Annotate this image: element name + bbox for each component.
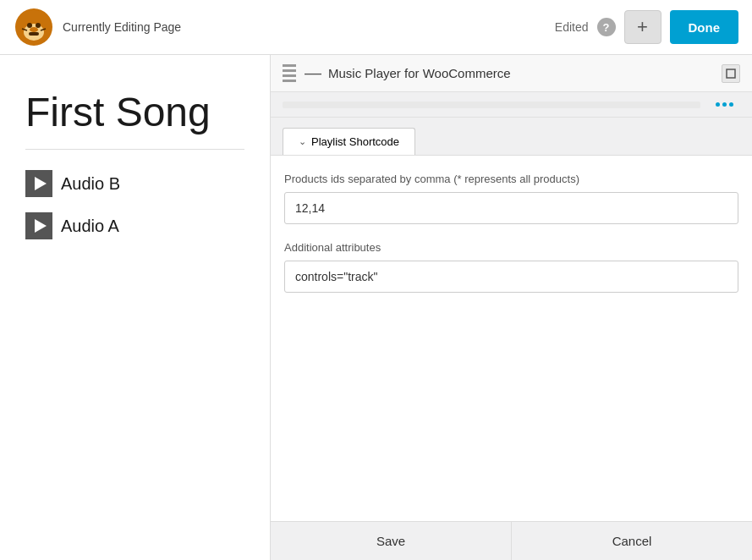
play-button-b[interactable] [25, 170, 52, 197]
panel-tabs: ⌄ Playlist Shortcode [271, 118, 752, 156]
audio-item-b: Audio B [25, 170, 244, 197]
divider [25, 149, 244, 150]
tab-chevron-icon: ⌄ [299, 136, 306, 147]
main-area: First Song Audio B Audio A — [0, 55, 752, 560]
play-triangle-icon [35, 177, 47, 190]
audio-item-a: Audio A [25, 212, 244, 239]
svg-rect-8 [727, 69, 735, 78]
dot-3 [729, 102, 733, 107]
logo-area: Currently Editing Page [14, 7, 181, 47]
done-button[interactable]: Done [670, 10, 739, 44]
panel-content: Products ids separated by comma (* repre… [271, 156, 752, 521]
song-title: First Song [25, 89, 244, 135]
drag-line-4 [283, 80, 296, 82]
page-title-label: Currently Editing Page [63, 20, 181, 34]
widget-minimize-button[interactable] [722, 64, 740, 83]
right-panel: — Music Player for WooCommerce ⌄ Playli [270, 55, 752, 560]
widget-title-row: — Music Player for WooCommerce [305, 63, 722, 83]
widget-header: — Music Player for WooCommerce [271, 55, 752, 92]
drag-line-3 [283, 74, 296, 77]
em-dash-icon: — [305, 63, 321, 83]
logo-icon [14, 7, 54, 47]
audio-b-label: Audio B [61, 174, 120, 194]
svg-point-2 [27, 23, 32, 28]
widget-title: Music Player for WooCommerce [328, 66, 511, 80]
tab-playlist-shortcode[interactable]: ⌄ Playlist Shortcode [283, 128, 415, 155]
play-button-a[interactable] [25, 212, 52, 239]
dot-2 [722, 102, 727, 107]
edited-status: Edited [555, 20, 589, 34]
svg-rect-5 [29, 32, 39, 36]
tab-playlist-label: Playlist Shortcode [311, 135, 399, 148]
top-bar-right: Edited ? + Done [555, 10, 738, 44]
svg-point-3 [36, 23, 41, 28]
products-input[interactable] [284, 192, 738, 224]
options-button[interactable] [709, 99, 740, 110]
cancel-button[interactable]: Cancel [512, 522, 752, 560]
toolbar-row [271, 92, 752, 118]
attributes-field-label: Additional attributes [284, 241, 738, 254]
products-field-label: Products ids separated by comma (* repre… [284, 173, 738, 185]
drag-line-1 [283, 64, 296, 67]
attributes-input[interactable] [284, 261, 738, 293]
drag-handle[interactable] [283, 64, 296, 82]
toolbar-placeholder [283, 102, 700, 108]
minimize-icon [725, 68, 737, 80]
panel-footer: Save Cancel [271, 521, 752, 560]
add-button[interactable]: + [624, 10, 661, 44]
left-content: First Song Audio B Audio A [0, 55, 270, 560]
svg-point-4 [30, 27, 38, 32]
top-bar: Currently Editing Page Edited ? + Done [0, 0, 752, 55]
dot-1 [716, 102, 720, 107]
drag-line-2 [283, 69, 296, 72]
help-button[interactable]: ? [597, 18, 616, 36]
save-button[interactable]: Save [271, 522, 512, 560]
audio-a-label: Audio A [61, 217, 119, 236]
play-triangle-icon-a [35, 219, 47, 233]
